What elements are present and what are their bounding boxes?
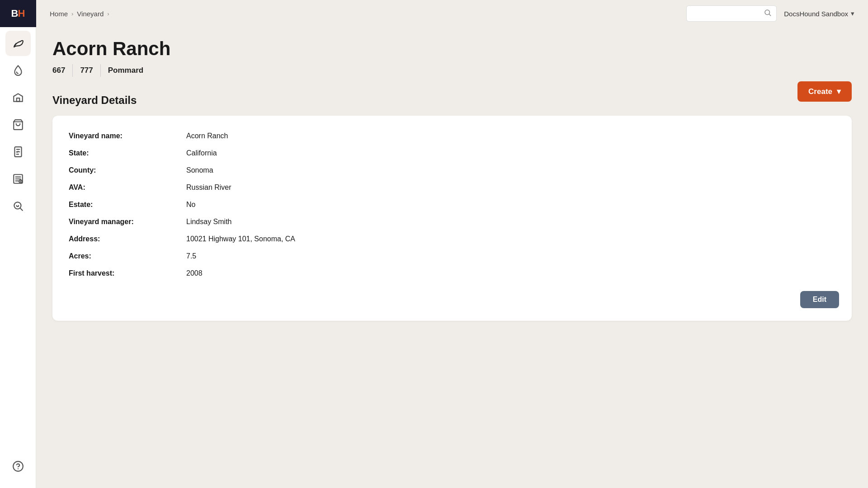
manager-label: Vineyard manager: bbox=[69, 218, 186, 226]
svg-rect-0 bbox=[16, 98, 19, 102]
logo-text: BH bbox=[11, 8, 25, 19]
svg-line-10 bbox=[20, 208, 23, 211]
vineyard-name-label: Vineyard name: bbox=[69, 132, 186, 140]
details-card: Vineyard name: Acorn Ranch State: Califo… bbox=[52, 116, 852, 321]
tasks-icon bbox=[12, 146, 24, 158]
edit-button[interactable]: Edit bbox=[800, 291, 839, 308]
sidebar-item-orders[interactable] bbox=[5, 112, 31, 137]
section-title: Vineyard Details bbox=[52, 94, 852, 107]
estate-value: No bbox=[186, 201, 830, 209]
sidebar-item-drops[interactable] bbox=[5, 58, 31, 83]
sidebar-item-tasks[interactable] bbox=[5, 139, 31, 164]
sidebar-nav bbox=[5, 27, 31, 454]
manager-value: Lindsay Smith bbox=[186, 218, 830, 226]
details-grid: Vineyard name: Acorn Ranch State: Califo… bbox=[69, 132, 830, 277]
orders-icon bbox=[12, 119, 24, 131]
county-value: Sonoma bbox=[186, 166, 830, 174]
content-area: Acorn Ranch 667 777 Pommard Create ▾ Vin… bbox=[36, 27, 868, 488]
warehouse-icon bbox=[12, 92, 24, 103]
vineyard-name-value: Acorn Ranch bbox=[186, 132, 830, 140]
svg-point-13 bbox=[765, 10, 770, 15]
breadcrumb-sep-1: › bbox=[71, 10, 73, 17]
breadcrumb-home[interactable]: Home bbox=[50, 10, 68, 18]
tab-667[interactable]: 667 bbox=[52, 64, 73, 77]
state-label: State: bbox=[69, 149, 186, 157]
chevron-down-icon: ▾ bbox=[851, 9, 854, 18]
sidebar-item-vineyard[interactable] bbox=[5, 31, 31, 56]
help-icon bbox=[12, 460, 24, 472]
first-harvest-value: 2008 bbox=[186, 269, 830, 277]
create-button-label: Create bbox=[808, 87, 832, 96]
search-input[interactable] bbox=[691, 10, 760, 17]
sidebar-item-reports[interactable] bbox=[5, 166, 31, 192]
acres-label: Acres: bbox=[69, 252, 186, 260]
user-menu-label: DocsHound Sandbox bbox=[784, 10, 848, 18]
main-content: Home › Vineyard › DocsHound Sandbox ▾ bbox=[36, 0, 868, 488]
topbar-right: DocsHound Sandbox ▾ bbox=[686, 5, 854, 22]
user-menu[interactable]: DocsHound Sandbox ▾ bbox=[784, 9, 854, 18]
sidebar-bottom bbox=[5, 454, 31, 488]
app-logo: BH bbox=[0, 0, 36, 27]
ava-label: AVA: bbox=[69, 183, 186, 192]
sidebar-item-search[interactable] bbox=[5, 193, 31, 219]
breadcrumb-sep-2: › bbox=[107, 10, 109, 17]
leaf-icon bbox=[12, 38, 24, 49]
tab-777[interactable]: 777 bbox=[73, 64, 100, 77]
search-magnifier-icon bbox=[12, 200, 24, 212]
state-value: California bbox=[186, 149, 830, 157]
search-box[interactable] bbox=[686, 5, 777, 22]
drop-icon bbox=[12, 65, 24, 76]
create-chevron-icon: ▾ bbox=[837, 87, 841, 96]
sidebar: BH bbox=[0, 0, 36, 488]
estate-label: Estate: bbox=[69, 201, 186, 209]
sidebar-item-help[interactable] bbox=[5, 454, 31, 479]
svg-point-9 bbox=[14, 202, 21, 209]
tab-pommard[interactable]: Pommard bbox=[101, 64, 151, 77]
address-label: Address: bbox=[69, 235, 186, 243]
sidebar-item-warehouse[interactable] bbox=[5, 85, 31, 110]
ava-value: Russian River bbox=[186, 183, 830, 192]
topbar: Home › Vineyard › DocsHound Sandbox ▾ bbox=[36, 0, 868, 27]
create-button[interactable]: Create ▾ bbox=[797, 81, 852, 102]
page-title-group: Acorn Ranch 667 777 Pommard bbox=[52, 38, 170, 90]
breadcrumb-vineyard[interactable]: Vineyard bbox=[77, 10, 104, 18]
acres-value: 7.5 bbox=[186, 252, 830, 260]
county-label: County: bbox=[69, 166, 186, 174]
address-value: 10021 Highway 101, Sonoma, CA bbox=[186, 235, 830, 243]
search-icon[interactable] bbox=[764, 9, 772, 19]
page-header-row: Acorn Ranch 667 777 Pommard Create ▾ bbox=[52, 38, 852, 90]
reports-icon bbox=[12, 173, 24, 185]
page-title: Acorn Ranch bbox=[52, 38, 170, 60]
first-harvest-label: First harvest: bbox=[69, 269, 186, 277]
page-tabs: 667 777 Pommard bbox=[52, 64, 170, 77]
breadcrumb: Home › Vineyard › bbox=[50, 10, 677, 18]
svg-line-14 bbox=[769, 14, 771, 15]
